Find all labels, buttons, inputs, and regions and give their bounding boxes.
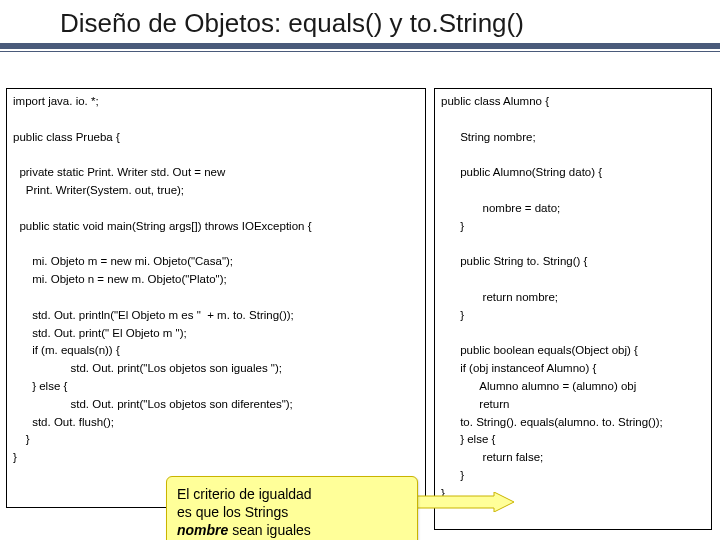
slide: Diseño de Objetos: equals() y to.String(… — [0, 0, 720, 540]
callout-box: El criterio de igualdad es que los Strin… — [166, 476, 418, 540]
slide-title: Diseño de Objetos: equals() y to.String(… — [60, 8, 690, 39]
callout-em: nombre — [177, 522, 228, 538]
title-area: Diseño de Objetos: equals() y to.String(… — [0, 0, 720, 53]
title-underline — [0, 43, 720, 53]
callout-text-1: El criterio de igualdad — [177, 486, 312, 502]
content-area: import java. io. *; public class Prueba … — [6, 88, 714, 534]
code-left: import java. io. *; public class Prueba … — [6, 88, 426, 508]
callout-text-3: sean iguales — [228, 522, 311, 538]
code-right: public class Alumno { String nombre; pub… — [434, 88, 712, 530]
callout-text-2: es que los Strings — [177, 504, 288, 520]
